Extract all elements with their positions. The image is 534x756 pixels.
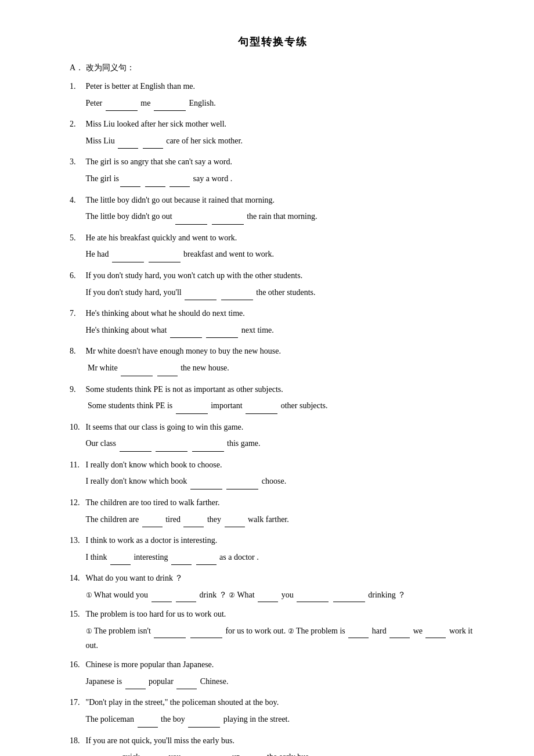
rewrite-line: Some students think PE is important othe… bbox=[86, 398, 476, 414]
blank bbox=[389, 638, 410, 638]
rewrite-line: I think interesting as a doctor . bbox=[86, 550, 476, 566]
item-content: Peter is better at English than me. Pete… bbox=[86, 79, 476, 112]
item-number: 13. bbox=[70, 533, 84, 548]
original-line: Chinese is more popular than Japanese. bbox=[86, 657, 476, 673]
original-line: I really don't know which book to choose… bbox=[86, 458, 476, 473]
blank bbox=[188, 727, 220, 728]
blank bbox=[297, 602, 329, 602]
original-line: Mr white doesn't have enough money to bu… bbox=[86, 344, 476, 359]
item-content: The little boy didn't go out because it … bbox=[86, 193, 476, 226]
blank bbox=[246, 413, 277, 414]
item-content: I really don't know which book to choose… bbox=[86, 458, 476, 491]
item-content: The girl is so angry that she can't say … bbox=[86, 154, 476, 188]
blank bbox=[185, 300, 217, 300]
original-line: Some students think PE is not as importa… bbox=[86, 382, 476, 398]
blank bbox=[120, 451, 151, 452]
list-item: 15. The problem is too hard for us to wo… bbox=[70, 607, 476, 653]
blank bbox=[171, 564, 192, 565]
item-number: 3. bbox=[70, 154, 84, 169]
list-item: 9. Some students think PE is not as impo… bbox=[70, 382, 476, 415]
original-line: The girl is so angry that she can't say … bbox=[86, 154, 476, 170]
blank bbox=[125, 689, 146, 689]
item-content: He's thinking about what he should do ne… bbox=[86, 306, 476, 339]
sub-item: ① What would you drink ？ bbox=[86, 591, 229, 599]
blank bbox=[110, 564, 131, 565]
rewrite-line: Peter me English. bbox=[86, 96, 476, 111]
item-number: 11. bbox=[70, 458, 84, 472]
item-number: 14. bbox=[70, 571, 84, 585]
list-item: 2. Miss Liu looked after her sick mother… bbox=[70, 117, 476, 150]
original-line: It seems that our class is going to win … bbox=[86, 420, 476, 435]
blank bbox=[175, 224, 207, 225]
blank bbox=[142, 527, 163, 527]
blank bbox=[138, 727, 158, 728]
list-item: 7. He's thinking about what he should do… bbox=[70, 306, 476, 339]
blank bbox=[121, 376, 153, 376]
item-number: 8. bbox=[70, 344, 84, 358]
blank bbox=[145, 186, 165, 187]
item-number: 2. bbox=[70, 117, 84, 131]
original-line: He ate his breakfast quickly and went to… bbox=[86, 231, 476, 246]
blank bbox=[169, 186, 190, 187]
original-line: If you are not quick, you'll miss the ea… bbox=[86, 733, 476, 749]
item-number: 5. bbox=[70, 231, 84, 245]
list-item: 13. I think to work as a doctor is inter… bbox=[70, 533, 476, 566]
list-item: 1. Peter is better at English than me. P… bbox=[70, 79, 476, 112]
list-item: 8. Mr white doesn't have enough money to… bbox=[70, 344, 476, 377]
item-content: Chinese is more popular than Japanese. J… bbox=[86, 657, 476, 690]
sub-item: ② What you drinking ？ bbox=[229, 591, 406, 599]
blank bbox=[154, 110, 186, 111]
blank bbox=[225, 527, 245, 527]
blank bbox=[190, 638, 222, 638]
blank bbox=[176, 689, 197, 689]
item-number: 12. bbox=[70, 495, 84, 510]
blank bbox=[112, 262, 144, 262]
original-line: He's thinking about what he should do ne… bbox=[86, 306, 476, 322]
blank bbox=[425, 638, 446, 638]
rewrite-line: Miss Liu care of her sick mother. bbox=[86, 134, 476, 149]
item-number: 18. bbox=[70, 733, 84, 748]
rewrite-line: The girl is say a word . bbox=[86, 171, 476, 187]
list-item: 18. If you are not quick, you'll miss th… bbox=[70, 733, 476, 756]
blank bbox=[221, 300, 253, 300]
page-title: 句型转换专练 bbox=[70, 35, 476, 49]
blank bbox=[333, 602, 365, 602]
item-number: 15. bbox=[70, 607, 84, 621]
original-line: The problem is too hard for us to work o… bbox=[86, 607, 476, 622]
item-content: The problem is too hard for us to work o… bbox=[86, 607, 476, 653]
blank bbox=[157, 376, 178, 376]
blank bbox=[151, 602, 172, 602]
blank bbox=[170, 337, 202, 338]
blank bbox=[106, 110, 138, 111]
item-number: 1. bbox=[70, 79, 84, 93]
item-content: I think to work as a doctor is interesti… bbox=[86, 533, 476, 566]
item-content: Miss Liu looked after her sick mother we… bbox=[86, 117, 476, 150]
list-item: 11. I really don't know which book to ch… bbox=[70, 458, 476, 491]
list-item: 17. "Don't play in the street," the poli… bbox=[70, 695, 476, 728]
original-line: The children are too tired to walk farth… bbox=[86, 495, 476, 511]
original-line: What do you want to drink ？ bbox=[86, 571, 476, 586]
blank bbox=[118, 148, 138, 149]
original-line: Miss Liu looked after her sick mother we… bbox=[86, 117, 476, 132]
rewrite-line: Mr white the new house. bbox=[86, 361, 476, 376]
list-item: 14. What do you want to drink ？ ① What w… bbox=[70, 571, 476, 602]
blank bbox=[176, 413, 208, 414]
original-line: I think to work as a doctor is interesti… bbox=[86, 533, 476, 549]
blank bbox=[212, 224, 244, 225]
item-content: If you don't study hard, you won't catch… bbox=[86, 268, 476, 301]
item-number: 7. bbox=[70, 306, 84, 321]
blank bbox=[143, 148, 163, 149]
original-line: If you don't study hard, you won't catch… bbox=[86, 268, 476, 284]
item-number: 17. bbox=[70, 695, 84, 710]
rewrite-line: He's thinking about what next time. bbox=[86, 323, 476, 339]
item-number: 10. bbox=[70, 420, 84, 434]
blank bbox=[206, 337, 238, 338]
item-content: He ate his breakfast quickly and went to… bbox=[86, 231, 476, 264]
list-item: 12. The children are too tired to walk f… bbox=[70, 495, 476, 528]
rewrite-line: I really don't know which book choose. bbox=[86, 474, 476, 489]
rewrite-line: The children are tired they walk farther… bbox=[86, 512, 476, 528]
blank bbox=[348, 638, 369, 638]
rewrite-line: He had breakfast and went to work. bbox=[86, 247, 476, 262]
item-content: It seems that our class is going to win … bbox=[86, 420, 476, 453]
item-number: 16. bbox=[70, 657, 84, 672]
